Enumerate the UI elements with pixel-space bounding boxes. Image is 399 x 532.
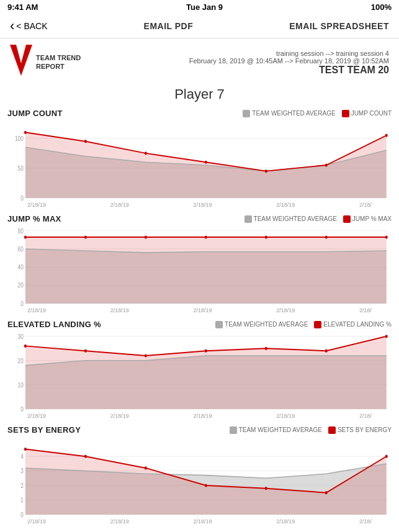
x-label: 2/18/ <box>359 518 372 525</box>
svg-marker-0 <box>10 45 32 76</box>
svg-text:20: 20 <box>18 282 24 289</box>
svg-point-68 <box>265 487 267 490</box>
vert-logo-v <box>10 45 32 80</box>
legend-metric-label: SETS BY ENERGY <box>338 426 392 433</box>
svg-point-12 <box>205 161 207 164</box>
svg-point-32 <box>265 235 267 238</box>
legend-team-avg-label: TEAM WEIGHTED AVERAGE <box>239 426 322 433</box>
email-spreadsheet-button[interactable]: EMAIL SPREADSHEET <box>289 21 389 31</box>
chart-header-jump-count: JUMP COUNT TEAM WEIGHTED AVERAGE JUMP CO… <box>7 109 392 118</box>
svg-point-49 <box>265 347 267 350</box>
svg-text:4: 4 <box>20 453 24 460</box>
svg-point-46 <box>84 349 87 353</box>
legend-color-red <box>342 110 349 117</box>
legend-metric-label: JUMP % MAX <box>352 215 392 222</box>
svg-text:80: 80 <box>18 228 24 235</box>
x-label: 2/18/ <box>359 202 372 208</box>
email-pdf-button[interactable]: EMAIL PDF <box>144 21 194 31</box>
session-info: training session --> training session 4 … <box>189 50 389 76</box>
chart-header-jump-pct-max: JUMP % MAX TEAM WEIGHTED AVERAGE JUMP % … <box>7 214 392 223</box>
svg-point-11 <box>145 151 147 155</box>
logo-text: EMAIL PDF TEAM TRENDREPORT <box>36 54 81 70</box>
x-label: 2/18/ <box>359 307 372 313</box>
svg-text:2: 2 <box>20 482 24 489</box>
svg-point-66 <box>145 466 147 469</box>
x-label: 2/18/19 <box>27 307 46 313</box>
svg-text:40: 40 <box>18 264 24 271</box>
x-label: 2/18/19 <box>110 413 129 419</box>
session-date-range: February 18, 2019 @ 10:45AM --> February… <box>189 57 389 65</box>
legend-team-avg: TEAM WEIGHTED AVERAGE <box>215 321 308 328</box>
legend-color-red <box>343 215 351 223</box>
svg-text:3: 3 <box>20 468 24 475</box>
x-label: 2/18/19 <box>110 307 129 313</box>
legend-team-avg-label: TEAM WEIGHTED AVERAGE <box>225 321 308 328</box>
x-label: 2/18/19 <box>27 202 46 208</box>
svg-point-67 <box>205 484 207 487</box>
svg-text:30: 30 <box>18 333 24 340</box>
legend-color-red <box>328 426 336 434</box>
legend-color-red <box>314 321 321 328</box>
chart-title-elevated-landing: ELEVATED LANDING % <box>7 320 101 329</box>
chart-header-sets-by-energy: SETS BY ENERGY TEAM WEIGHTED AVERAGE SET… <box>7 425 392 435</box>
legend-metric-label: ELEVATED LANDING % <box>323 321 392 328</box>
svg-point-45 <box>24 345 27 348</box>
svg-point-30 <box>145 235 147 238</box>
chart-legend-sets-by-energy: TEAM WEIGHTED AVERAGE SETS BY ENERGY <box>230 426 392 434</box>
x-axis-sets-by-energy: 2/18/192/18/192/18/192/18/192/18/ <box>7 518 392 525</box>
chart-area-jump-pct-max: 806040200 <box>7 226 392 307</box>
status-bar: 9:41 AM Tue Jan 9 100% <box>0 0 399 14</box>
legend-team-avg: TEAM WEIGHTED AVERAGE <box>244 215 337 223</box>
svg-point-50 <box>325 349 328 353</box>
top-nav: < BACK EMAIL PDF EMAIL SPREADSHEET <box>0 14 399 38</box>
svg-text:0: 0 <box>20 512 24 518</box>
svg-point-34 <box>385 235 388 238</box>
legend-color-gray <box>243 110 250 117</box>
chart-area-elevated-landing: 3020100 <box>7 331 392 412</box>
team-name: TEST TEAM 20 <box>189 65 389 76</box>
svg-point-64 <box>24 448 27 451</box>
x-axis-jump-pct-max: 2/18/192/18/192/18/192/18/192/18/ <box>7 307 392 313</box>
x-label: 2/18/19 <box>276 202 295 208</box>
chart-legend-jump-pct-max: TEAM WEIGHTED AVERAGE JUMP % MAX <box>244 215 392 223</box>
svg-point-29 <box>84 235 87 238</box>
svg-point-28 <box>24 235 27 238</box>
legend-color-gray <box>215 321 223 328</box>
legend-metric: JUMP % MAX <box>343 215 392 223</box>
status-time: 9:41 AM <box>7 2 38 12</box>
x-axis-jump-count: 2/18/192/18/192/18/192/18/192/18/ <box>7 202 392 208</box>
back-button[interactable]: < BACK <box>10 19 48 33</box>
x-label: 2/18/19 <box>276 307 295 313</box>
legend-metric: SETS BY ENERGY <box>328 426 392 434</box>
chart-legend-jump-count: TEAM WEIGHTED AVERAGE JUMP COUNT <box>243 110 392 117</box>
report-header: EMAIL PDF TEAM TRENDREPORT training sess… <box>0 38 399 84</box>
x-label: 2/18/19 <box>193 518 212 525</box>
status-battery: 100% <box>371 2 392 12</box>
chart-section-jump-count: JUMP COUNT TEAM WEIGHTED AVERAGE JUMP CO… <box>0 109 399 213</box>
x-label: 2/18/19 <box>276 518 295 525</box>
svg-point-31 <box>205 235 207 238</box>
svg-point-70 <box>385 455 388 458</box>
x-label: 2/18/19 <box>27 413 46 419</box>
legend-team-avg: TEAM WEIGHTED AVERAGE <box>230 426 322 434</box>
svg-text:0: 0 <box>20 406 24 412</box>
svg-point-10 <box>84 140 87 143</box>
chart-title-jump-pct-max: JUMP % MAX <box>7 214 61 223</box>
svg-point-51 <box>385 335 388 338</box>
chart-legend-elevated-landing: TEAM WEIGHTED AVERAGE ELEVATED LANDING % <box>215 321 392 328</box>
svg-text:50: 50 <box>18 165 24 172</box>
svg-point-13 <box>265 169 267 173</box>
svg-text:10: 10 <box>18 382 24 389</box>
svg-marker-27 <box>25 237 387 304</box>
legend-team-avg-label: TEAM WEIGHTED AVERAGE <box>254 215 337 222</box>
svg-point-14 <box>325 163 328 166</box>
svg-point-69 <box>325 491 328 494</box>
chart-area-sets-by-energy: 43210 <box>7 437 392 518</box>
x-label: 2/18/19 <box>193 307 212 313</box>
chart-section-sets-by-energy: SETS BY ENERGY TEAM WEIGHTED AVERAGE SET… <box>0 425 399 530</box>
session-range-label: training session --> training session 4 <box>189 50 389 57</box>
chart-section-jump-pct-max: JUMP % MAX TEAM WEIGHTED AVERAGE JUMP % … <box>0 214 399 318</box>
logo-area: EMAIL PDF TEAM TRENDREPORT <box>10 45 81 80</box>
legend-team-avg-label: TEAM WEIGHTED AVERAGE <box>252 110 335 117</box>
chart-area-jump-count: 100500 <box>7 120 392 201</box>
